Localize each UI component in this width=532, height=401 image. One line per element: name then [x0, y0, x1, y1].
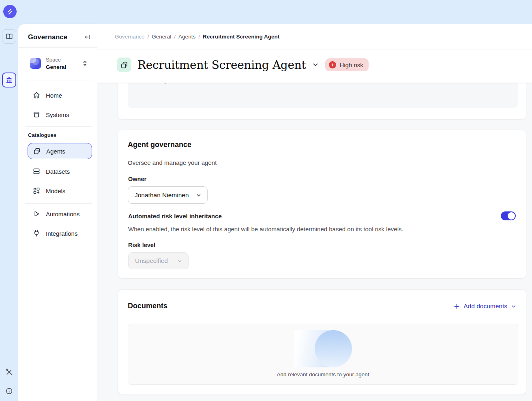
owner-value: Jonathan Nieminen [135, 192, 189, 199]
risk-bolt-icon [329, 61, 336, 68]
sidebar-item-systems[interactable]: Systems [18, 107, 97, 123]
sidebar-item-label: Datasets [46, 168, 70, 175]
page-header: Governance / General / Agents / Recruitm… [97, 24, 532, 83]
risk-inheritance-description: When enabled, the risk level of this age… [128, 226, 403, 232]
space-label: Space [46, 57, 61, 63]
governance-card-title: Agent governance [128, 141, 191, 149]
risk-inheritance-label: Automated risk level inheritance [128, 213, 222, 220]
breadcrumb-separator: / [148, 34, 149, 40]
owner-label: Owner [128, 176, 146, 182]
app-logo[interactable] [3, 5, 17, 18]
plus-icon [454, 303, 460, 309]
sidebar-item-home[interactable]: Home [18, 87, 97, 103]
page-title: Recruitment Screening Agent [137, 58, 306, 72]
chevron-down-icon [511, 304, 516, 309]
toggle-knob [508, 212, 515, 220]
platform-fields-toggle[interactable]: Platform specific fields [135, 83, 215, 83]
space-name: General [46, 64, 66, 70]
agents-copy-icon [33, 147, 41, 155]
risk-badge: High risk [325, 58, 368, 71]
title-chevron-down-icon[interactable] [312, 61, 319, 68]
sidebar-item-label: Automations [46, 211, 79, 218]
datasets-icon [32, 167, 41, 175]
plug-icon [32, 229, 41, 237]
info-icon [5, 387, 13, 395]
platform-fields-label: Platform specific fields [135, 83, 201, 83]
agent-governance-card: Agent governance Oversee and manage your… [118, 130, 526, 279]
sidebar-item-label: Integrations [46, 230, 77, 237]
risk-level-value: Unspecified [135, 257, 168, 264]
governance-card-subtitle: Oversee and manage your agent [128, 159, 217, 166]
documents-empty-text: Add relevant documents to your agent [128, 371, 518, 378]
breadcrumb-separator: / [174, 34, 176, 40]
sidebar-item-integrations[interactable]: Integrations [18, 225, 97, 241]
space-avatar [30, 58, 41, 69]
sidebar-item-automations[interactable]: Automations [18, 206, 97, 222]
sidebar-collapse-button[interactable] [84, 34, 91, 41]
sidebar-item-datasets[interactable]: Datasets [18, 163, 97, 179]
sidebar-item-label: Agents [46, 148, 65, 155]
add-documents-label: Add documents [463, 303, 507, 310]
space-selector[interactable]: Space General [18, 52, 97, 79]
owner-select[interactable]: Jonathan Nieminen [128, 186, 208, 204]
info-button[interactable] [5, 387, 13, 395]
sidebar: Governance Space General Home Systems Ca… [18, 24, 97, 401]
risk-level-label: Risk level [128, 242, 155, 248]
breadcrumb-item[interactable]: Agents [178, 34, 195, 40]
risk-inheritance-toggle[interactable] [501, 211, 516, 220]
sidebar-item-agents[interactable]: Agents [28, 143, 92, 159]
title-row: Recruitment Screening Agent High risk [117, 58, 369, 72]
chevron-down-icon [177, 258, 182, 264]
sidebar-item-label: Home [46, 92, 62, 99]
breadcrumb: Governance / General / Agents / Recruitm… [115, 34, 279, 40]
catalogues-heading: Catalogues [28, 132, 56, 138]
tools-button[interactable] [5, 368, 13, 376]
documents-card-title: Documents [128, 302, 167, 310]
breadcrumb-item[interactable]: Governance [115, 34, 145, 40]
sidebar-item-label: Systems [46, 111, 69, 118]
documents-empty-panel: Add relevant documents to your agent [128, 324, 518, 385]
top-bar [0, 0, 532, 24]
book-icon [5, 32, 13, 41]
sidebar-title: Governance [28, 33, 67, 41]
chevron-down-icon [196, 192, 202, 198]
breadcrumb-current: Recruitment Screening Agent [203, 34, 279, 40]
breadcrumb-separator: / [198, 34, 200, 40]
agent-type-icon-badge [117, 58, 131, 72]
chevron-up-down-icon [82, 60, 88, 67]
tools-icon [5, 368, 13, 376]
documents-card: Documents Add documents Add relevant doc… [118, 289, 526, 395]
sidebar-item-models[interactable]: Models [18, 183, 97, 199]
breadcrumb-item[interactable]: General [152, 34, 171, 40]
collapse-icon [84, 34, 91, 41]
models-icon [32, 187, 41, 195]
risk-level-select[interactable]: Unspecified [128, 252, 189, 269]
sidebar-item-label: Models [46, 188, 65, 194]
archive-box-icon [32, 111, 41, 119]
home-icon [32, 91, 41, 99]
add-documents-button[interactable]: Add documents [454, 303, 516, 310]
agent-copy-icon [120, 61, 129, 69]
documents-empty-illustration [294, 330, 352, 367]
platform-fields-card: Platform specific fields [118, 83, 526, 119]
risk-badge-label: High risk [339, 62, 363, 68]
content-scroll-area[interactable]: Platform specific fields Agent governanc… [97, 83, 532, 401]
governance-app-button[interactable] [2, 73, 16, 87]
bank-icon [5, 76, 13, 84]
platform-fields-panel: Platform specific fields [128, 83, 518, 108]
logo-bolt-icon [6, 8, 14, 15]
left-rail [0, 24, 18, 401]
play-icon [32, 210, 41, 218]
main-area: Platform specific fields Agent governanc… [97, 24, 532, 401]
docs-library-button[interactable] [2, 29, 16, 44]
